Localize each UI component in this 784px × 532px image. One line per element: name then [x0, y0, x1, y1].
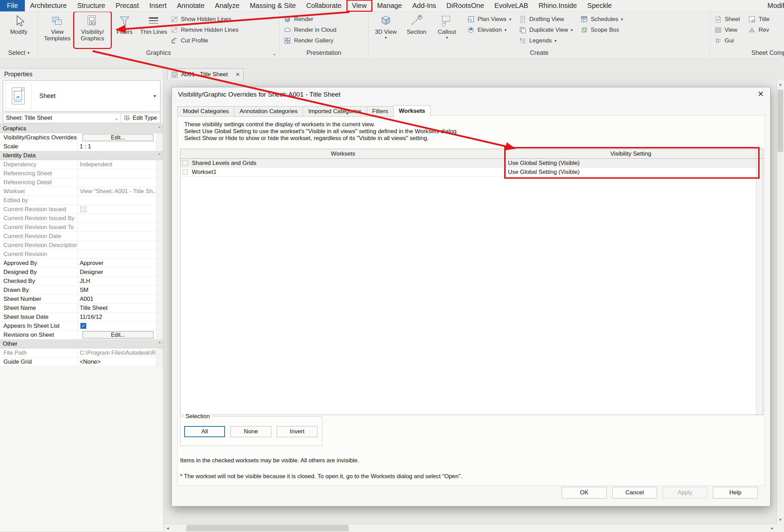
menu-tab-annotate[interactable]: Annotate: [172, 0, 210, 11]
3d-view-button[interactable]: 3D View ▾: [371, 13, 401, 47]
menu-tab-massing-site[interactable]: Massing & Site: [245, 0, 301, 11]
shared-levels-and-grids-checkbox[interactable]: [183, 160, 188, 166]
horizontal-scrollbar[interactable]: ◄ ►: [164, 524, 776, 532]
dialog-tab-annotation-categories[interactable]: Annotation Categories: [234, 106, 303, 117]
property-value-referencing-detail[interactable]: [77, 178, 156, 187]
render-gallery-button[interactable]: Render Gallery: [282, 35, 339, 46]
plan-views-button[interactable]: Plan Views ▾: [465, 14, 513, 24]
render-in-cloud-button[interactable]: Render in Cloud: [282, 24, 339, 35]
property-value-file-path[interactable]: C:\Program Files\Autodesk\R...: [77, 348, 156, 357]
revisions-on-sheet-edit-button[interactable]: Edit...: [82, 331, 154, 338]
remove-hidden-lines-button[interactable]: Remove Hidden Lines: [168, 24, 241, 35]
scroll-up-icon[interactable]: ▲: [777, 81, 784, 88]
property-value-approved-by[interactable]: Approver: [77, 259, 156, 267]
property-value-current-revision-date[interactable]: [77, 232, 156, 240]
property-value-sheet-issue-date[interactable]: 11/16/12: [77, 313, 156, 321]
instance-selector-dropdown-icon[interactable]: ⌄: [112, 116, 121, 121]
filters-button[interactable]: Filters: [110, 13, 139, 47]
menu-tab-structure[interactable]: Structure: [72, 0, 110, 11]
property-value-workset[interactable]: View "Sheet: A001 - Title Sh...: [77, 187, 156, 196]
menu-tab-manage[interactable]: Manage: [372, 0, 407, 11]
property-value-guide-grid[interactable]: <None>: [77, 357, 156, 366]
worksets-table-scrollbar[interactable]: [756, 159, 763, 415]
worksets-column-header[interactable]: Worksets: [180, 149, 506, 158]
menu-tab-rhino-inside[interactable]: Rhino.Inside: [533, 0, 582, 11]
elevation-button[interactable]: Elevation ▾: [465, 24, 513, 35]
dialog-tab-filters[interactable]: Filters: [367, 106, 394, 117]
guide-grid-button[interactable]: Gui: [712, 35, 742, 46]
apply-button[interactable]: Apply: [663, 487, 707, 499]
vertical-scrollbar-thumb[interactable]: [777, 90, 783, 152]
current-revision-issued-checkbox[interactable]: [80, 206, 86, 212]
visibility-graphics-overrides-edit-button[interactable]: Edit...: [82, 134, 154, 141]
appears-in-sheet-list-checkbox[interactable]: [80, 323, 86, 329]
type-selector[interactable]: Sheet ▾: [3, 80, 160, 111]
type-selector-dropdown-icon[interactable]: ▾: [154, 93, 156, 99]
dialog-close-icon[interactable]: ✕: [758, 90, 764, 98]
callout-button[interactable]: Callout ▾: [432, 13, 462, 47]
collapse-chevron-icon[interactable]: ⌃: [156, 126, 163, 131]
property-value-current-revision[interactable]: [77, 250, 156, 258]
menu-tab-add-ins[interactable]: Add-Ins: [407, 0, 441, 11]
drafting-view-button[interactable]: Drafting View: [517, 14, 575, 24]
property-group-other[interactable]: Other⌃: [0, 339, 163, 348]
view-tab-close-icon[interactable]: ✕: [235, 71, 240, 78]
render-button[interactable]: Render: [282, 14, 339, 24]
property-value-edited-by[interactable]: [77, 196, 156, 205]
edit-type-button[interactable]: Edit Type: [121, 113, 160, 123]
modify-button[interactable]: Modify: [2, 13, 36, 47]
duplicate-view-button[interactable]: Duplicate View ▾: [517, 24, 575, 35]
menu-tab-modify[interactable]: Modify: [762, 0, 784, 11]
view-button[interactable]: View: [712, 24, 742, 35]
collapse-chevron-icon[interactable]: ⌃: [156, 153, 163, 158]
file-menu-button[interactable]: File: [0, 0, 25, 11]
instance-selector[interactable]: Sheet: Title Sheet: [3, 115, 112, 121]
scroll-left-icon[interactable]: ◄: [164, 524, 171, 532]
thin-lines-button[interactable]: Thin Lines: [139, 13, 168, 47]
property-value-current-revision-issued-to[interactable]: [77, 223, 156, 231]
menu-tab-speckle[interactable]: Speckle: [582, 0, 617, 11]
show-hidden-lines-button[interactable]: Show Hidden Lines: [168, 14, 241, 24]
menu-tab-architecture[interactable]: Architecture: [25, 0, 72, 11]
selection-none-button[interactable]: None: [231, 426, 271, 437]
visibility-graphics-button[interactable]: Visibility/ Graphics: [75, 13, 110, 47]
collapse-chevron-icon[interactable]: ⌃: [156, 341, 163, 346]
schedules-button[interactable]: Schedules ▾: [578, 14, 625, 24]
property-value-sheet-number[interactable]: A001: [77, 295, 156, 303]
select-panel-label[interactable]: Select ▾: [0, 48, 38, 57]
property-value-appears-in-sheet-list[interactable]: [77, 322, 156, 330]
section-button[interactable]: Section: [402, 13, 431, 47]
property-value-referencing-sheet[interactable]: [77, 169, 156, 178]
property-value-current-revision-issued-by[interactable]: [77, 214, 156, 223]
cancel-button[interactable]: Cancel: [612, 487, 657, 499]
property-group-graphics[interactable]: Graphics⌃: [0, 124, 163, 133]
legends-button[interactable]: Legends ▾: [517, 35, 575, 46]
revisions-button[interactable]: Rev: [746, 24, 772, 35]
visibility-setting-column-header[interactable]: Visibility Setting: [506, 149, 756, 158]
menu-tab-precast[interactable]: Precast: [110, 0, 144, 11]
sheet-button[interactable]: Sheet: [712, 14, 742, 24]
selection-invert-button[interactable]: Invert: [277, 426, 317, 437]
menu-tab-evolvelab[interactable]: EvolveLAB: [489, 0, 533, 11]
cut-profile-button[interactable]: Cut Profile: [168, 35, 241, 46]
horizontal-scrollbar-thumb[interactable]: [186, 525, 349, 531]
visibility-setting-value[interactable]: Use Global Setting (Visible): [506, 159, 756, 167]
property-group-identity-data[interactable]: Identity Data⌃: [0, 151, 163, 160]
selection-all-button[interactable]: All: [184, 426, 225, 437]
workset1-checkbox[interactable]: [183, 169, 188, 175]
menu-tab-dirootsone[interactable]: DiRootsOne: [441, 0, 489, 11]
scroll-down-icon[interactable]: ▼: [777, 516, 784, 523]
property-value-sheet-name[interactable]: Title Sheet: [77, 304, 156, 312]
view-templates-button[interactable]: View Templates: [40, 13, 75, 47]
scope-box-button[interactable]: Scope Box: [578, 24, 625, 35]
property-value-revisions-on-sheet[interactable]: Edit...: [77, 331, 156, 339]
property-value-visibility-graphics-overrides[interactable]: Edit...: [77, 133, 156, 142]
menu-tab-collaborate[interactable]: Collaborate: [301, 0, 346, 11]
property-value-dependency[interactable]: Independent: [77, 160, 156, 169]
workset-row-shared-levels-and-grids[interactable]: Shared Levels and GridsUse Global Settin…: [180, 159, 756, 168]
vertical-scrollbar[interactable]: ▲ ▼: [776, 80, 784, 524]
dialog-launcher-icon[interactable]: ⌄: [272, 51, 276, 56]
dialog-tab-worksets[interactable]: Worksets: [394, 105, 431, 117]
property-value-scale[interactable]: 1 : 1: [77, 142, 156, 151]
property-value-checked-by[interactable]: JLH: [77, 277, 156, 285]
